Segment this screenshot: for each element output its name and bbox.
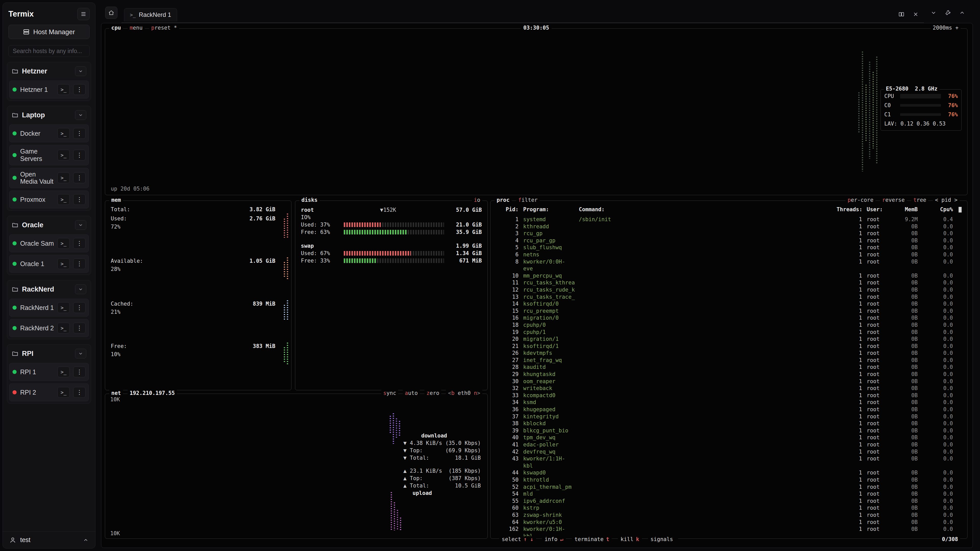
menu-toggle[interactable]: menu xyxy=(127,25,145,31)
home-button[interactable] xyxy=(105,6,118,19)
process-row[interactable]: 38 kblockd 1 root 0B 0.0 xyxy=(490,420,967,427)
process-row[interactable]: 43 kworker/1:1H-kbl 1 root 0B 0.0 xyxy=(490,455,967,469)
process-row[interactable]: 36 khugepaged 1 root 0B 0.0 xyxy=(490,406,967,413)
host-menu-button[interactable]: ⋮ xyxy=(73,194,86,205)
process-row[interactable]: 37 kintegrityd 1 root 0B 0.0 xyxy=(490,413,967,421)
host-menu-button[interactable]: ⋮ xyxy=(73,323,86,333)
host-connect-button[interactable]: >_ xyxy=(57,259,70,269)
split-view-button[interactable] xyxy=(896,9,907,20)
process-row[interactable]: 55 ipv6_addrconf 1 root 0B 0.0 xyxy=(490,498,967,505)
host-item[interactable]: Open Media Vault >_ ⋮ xyxy=(9,168,89,188)
host-connect-button[interactable]: >_ xyxy=(57,302,70,313)
footer-key[interactable]: kill k xyxy=(618,536,641,542)
process-row[interactable]: 11 rcu_tasks_kthrea 1 root 0B 0.0 xyxy=(490,279,967,286)
collapse-button[interactable] xyxy=(928,7,939,18)
host-connect-button[interactable]: >_ xyxy=(57,128,70,139)
tools-button[interactable] xyxy=(942,7,953,18)
process-row[interactable]: 42 devfreq_wq 1 root 0B 0.0 xyxy=(490,448,967,456)
process-row[interactable]: 12 rcu_tasks_rude_k 1 root 0B 0.0 xyxy=(490,286,967,294)
process-row[interactable]: 28 kauditd 1 root 0B 0.0 xyxy=(490,364,967,371)
process-row[interactable]: 64 kworker/u5:0 1 root 0B 0.0 xyxy=(490,519,967,526)
process-row[interactable]: 30 oom_reaper 1 root 0B 0.0 xyxy=(490,378,967,385)
process-row[interactable]: 14 ksoftirqd/0 1 root 0B 0.0 xyxy=(490,300,967,308)
net-auto-toggle[interactable]: auto xyxy=(403,390,420,396)
group-collapse-button[interactable] xyxy=(75,220,86,230)
host-item[interactable]: RackNerd 2 >_ ⋮ xyxy=(9,319,89,337)
host-connect-button[interactable]: >_ xyxy=(57,387,70,398)
host-item[interactable]: RackNerd 1 >_ ⋮ xyxy=(9,299,89,317)
process-row[interactable]: 41 edac-poller 1 root 0B 0.0 xyxy=(490,441,967,448)
group-collapse-button[interactable] xyxy=(75,66,86,76)
sort-selector[interactable]: < pid > xyxy=(933,197,959,203)
io-toggle[interactable]: io xyxy=(472,197,482,203)
host-menu-button[interactable]: ⋮ xyxy=(73,128,86,139)
process-row[interactable]: 33 kcompactd0 1 root 0B 0.0 xyxy=(490,392,967,399)
host-item[interactable]: Oracle 1 >_ ⋮ xyxy=(9,255,89,273)
host-menu-button[interactable]: ⋮ xyxy=(73,150,86,160)
group-header[interactable]: RPI xyxy=(9,347,89,360)
process-row[interactable]: 34 ksmd 1 root 0B 0.0 xyxy=(490,399,967,406)
sidebar-menu-button[interactable] xyxy=(77,8,89,20)
process-row[interactable]: 29 khungtaskd 1 root 0B 0.0 xyxy=(490,371,967,378)
group-collapse-button[interactable] xyxy=(75,110,86,120)
process-row[interactable]: 40 tpm_dev_wq 1 root 0B 0.0 xyxy=(490,434,967,441)
host-item[interactable]: Docker >_ ⋮ xyxy=(9,124,89,142)
process-row[interactable]: 18 cpuhp/0 1 root 0B 0.0 xyxy=(490,322,967,329)
reverse-toggle[interactable]: reverse xyxy=(880,197,907,203)
process-row[interactable]: 20 migration/1 1 root 0B 0.0 xyxy=(490,336,967,343)
process-row[interactable]: 63 zswap-shrink 1 root 0B 0.0 xyxy=(490,512,967,519)
host-menu-button[interactable]: ⋮ xyxy=(73,302,86,313)
process-row[interactable]: 44 kswapd0 1 root 0B 0.0 xyxy=(490,469,967,476)
process-row[interactable]: 16 migration/0 1 root 0B 0.0 xyxy=(490,314,967,322)
host-connect-button[interactable]: >_ xyxy=(57,150,70,160)
host-item[interactable]: RPI 1 >_ ⋮ xyxy=(9,363,89,381)
process-row[interactable]: 3 rcu_gp 1 root 0B 0.0 xyxy=(490,230,967,237)
process-row[interactable]: 8 kworker/0:0H-eve 1 root 0B 0.0 xyxy=(490,259,967,272)
filter-toggle[interactable]: filter xyxy=(516,197,540,203)
per-core-toggle[interactable]: per-core xyxy=(845,197,875,203)
process-row[interactable]: 60 kstrp 1 root 0B 0.0 xyxy=(490,505,967,512)
process-row[interactable]: 162 kworker/0:1H-kbl 1 root 0B 0.0 xyxy=(490,526,967,537)
process-row[interactable]: 54 mld 1 root 0B 0.0 xyxy=(490,491,967,498)
close-tab-button[interactable] xyxy=(910,9,921,20)
process-row[interactable]: 5 slub_flushwq 1 root 0B 0.0 xyxy=(490,244,967,251)
group-header[interactable]: Oracle xyxy=(9,218,89,232)
host-connect-button[interactable]: >_ xyxy=(57,194,70,205)
host-connect-button[interactable]: >_ xyxy=(57,172,70,183)
host-connect-button[interactable]: >_ xyxy=(57,323,70,333)
process-row[interactable]: 10 mm_percpu_wq 1 root 0B 0.0 xyxy=(490,272,967,279)
process-row[interactable]: 21 ksoftirqd/1 1 root 0B 0.0 xyxy=(490,343,967,350)
host-menu-button[interactable]: ⋮ xyxy=(73,238,86,249)
process-row[interactable]: 39 blkcg_punt_bio 1 root 0B 0.0 xyxy=(490,427,967,434)
host-menu-button[interactable]: ⋮ xyxy=(73,84,86,95)
process-row[interactable]: 26 kdevtmpfs 1 root 0B 0.0 xyxy=(490,350,967,357)
tree-toggle[interactable]: tree xyxy=(912,197,928,203)
footer-key[interactable]: terminate t xyxy=(572,536,612,542)
process-row[interactable]: 13 rcu_tasks_trace_ 1 root 0B 0.0 xyxy=(490,294,967,301)
expand-button[interactable] xyxy=(956,7,968,18)
host-menu-button[interactable]: ⋮ xyxy=(73,172,86,183)
host-item[interactable]: Proxmox >_ ⋮ xyxy=(9,191,89,208)
group-header[interactable]: RackNerd xyxy=(9,283,89,296)
chevron-up-icon[interactable] xyxy=(83,537,89,543)
host-connect-button[interactable]: >_ xyxy=(57,84,70,95)
process-row[interactable]: 15 rcu_preempt 1 root 0B 0.0 xyxy=(490,308,967,315)
host-item[interactable]: Game Servers >_ ⋮ xyxy=(9,145,89,165)
process-row[interactable]: 4 rcu_par_gp 1 root 0B 0.0 xyxy=(490,237,967,245)
refresh-interval[interactable]: 2000ms + xyxy=(931,25,961,31)
net-zero-toggle[interactable]: zero xyxy=(425,390,442,396)
group-collapse-button[interactable] xyxy=(75,349,86,359)
host-menu-button[interactable]: ⋮ xyxy=(73,367,86,377)
host-item[interactable]: RPI 2 >_ ⋮ xyxy=(9,383,89,401)
process-row[interactable]: 19 cpuhp/1 1 root 0B 0.0 xyxy=(490,329,967,336)
footer-key[interactable]: select ↑ ↓ xyxy=(499,536,536,542)
group-collapse-button[interactable] xyxy=(75,284,86,294)
host-item[interactable]: Hetzner 1 >_ ⋮ xyxy=(9,81,89,98)
footer-key[interactable]: signals xyxy=(648,536,678,542)
sidebar-footer[interactable]: test xyxy=(3,531,95,548)
net-interface-switch[interactable]: <b eth0 n> xyxy=(446,390,482,396)
host-connect-button[interactable]: >_ xyxy=(57,367,70,377)
group-header[interactable]: Laptop xyxy=(9,108,89,122)
preset-toggle[interactable]: preset * xyxy=(149,25,179,31)
search-input[interactable] xyxy=(8,45,89,57)
